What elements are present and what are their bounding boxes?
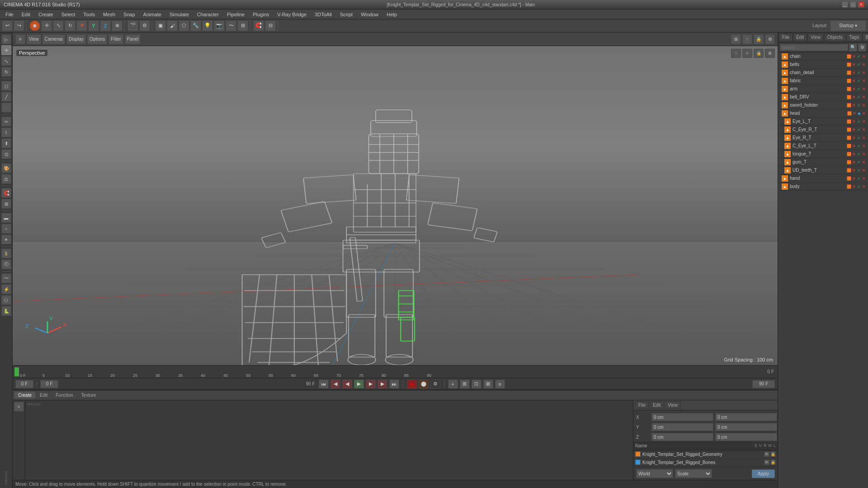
- viewport-fit-btn[interactable]: ⊞: [731, 34, 741, 44]
- end-frame-input[interactable]: [752, 380, 775, 388]
- options-menu[interactable]: Options: [87, 34, 107, 44]
- layout-dropdown[interactable]: Startup ▾: [830, 20, 866, 31]
- right-tab-tags[interactable]: Tags: [846, 33, 862, 41]
- viewport-expand-up[interactable]: ↑: [742, 34, 752, 44]
- rotate-tool[interactable]: ↻: [65, 20, 75, 31]
- move-tool[interactable]: ✛: [41, 20, 52, 31]
- viewport-nav-settings[interactable]: ⚙: [765, 49, 775, 58]
- obj-bones-lock-btn[interactable]: 🔒: [770, 460, 776, 465]
- viewport[interactable]: Perspective: [13, 46, 778, 365]
- obj-hand[interactable]: ▲ hand ✕ ✓ ✕: [778, 174, 868, 183]
- right-tab-edit[interactable]: Edit: [793, 33, 807, 41]
- obj-sword-holster-tag1[interactable]: [847, 103, 851, 108]
- filter-btn[interactable]: ⚙: [858, 43, 866, 52]
- brush-btn[interactable]: 🖌: [167, 20, 178, 31]
- obj-tag1[interactable]: [847, 54, 851, 59]
- obj-hand-tag1[interactable]: [847, 176, 851, 181]
- render-view-btn[interactable]: 🎬: [127, 20, 138, 31]
- object-search-input[interactable]: [780, 44, 848, 51]
- redo-button[interactable]: ↪: [14, 20, 24, 31]
- light-tool-btn[interactable]: ☀: [1, 235, 11, 244]
- apply-button[interactable]: Apply: [752, 469, 775, 478]
- deform-tool-btn[interactable]: 〜: [1, 273, 11, 283]
- cameras-menu[interactable]: Cameras: [42, 34, 66, 44]
- obj-belts-tag1[interactable]: [847, 62, 851, 67]
- menu-item-window[interactable]: Window: [357, 11, 382, 18]
- record-mode-btn[interactable]: ⬤: [419, 380, 429, 389]
- menu-item-file[interactable]: File: [2, 11, 17, 18]
- obj-belt-drv[interactable]: ▲ belt_DRV ✕ ✓ ✕: [778, 93, 868, 101]
- obj-c-eye-rt[interactable]: ▲ C_Eye_R_T ✕ ✓ ✕: [778, 126, 868, 134]
- prop-y-pos[interactable]: [651, 423, 713, 431]
- menu-item-snap[interactable]: Snap: [120, 11, 139, 18]
- light-btn[interactable]: 💡: [202, 20, 213, 31]
- undo-button[interactable]: ↩: [2, 20, 13, 31]
- polygon-btn[interactable]: ▣: [155, 20, 166, 31]
- obj-body-tag1[interactable]: [847, 184, 851, 189]
- bridge-btn[interactable]: ⌇: [1, 127, 11, 137]
- plugin-btn[interactable]: 🔧: [190, 20, 201, 31]
- polygon-mode-btn[interactable]: ◻: [1, 81, 11, 91]
- fx-btn[interactable]: Ⓕ: [1, 259, 11, 269]
- scale-tool[interactable]: ⤡: [53, 20, 64, 31]
- menu-item-pipeline[interactable]: Pipeline: [223, 11, 248, 18]
- props-tab-file[interactable]: File: [635, 401, 649, 409]
- viewport-nav-up[interactable]: ↑: [731, 49, 741, 58]
- menu-item-simulate[interactable]: Simulate: [166, 11, 193, 18]
- extrude-btn[interactable]: ⬆: [1, 138, 11, 148]
- viewport-lock-btn[interactable]: 🔒: [754, 34, 764, 44]
- viewport-nav-lock[interactable]: 🔒: [754, 49, 764, 58]
- menu-item-tools[interactable]: Tools: [80, 11, 99, 18]
- obj-c-eye-lt[interactable]: ▲ C_Eye_L_T ✕ ✓ ✕: [778, 142, 868, 150]
- menu-item-help[interactable]: Help: [383, 11, 401, 18]
- obj-ud-teeth-t-tag1[interactable]: [847, 168, 851, 173]
- viewport-settings-btn[interactable]: ⚙: [765, 34, 775, 44]
- view-menu[interactable]: View: [27, 34, 41, 44]
- prop-z-val[interactable]: [715, 433, 777, 441]
- menu-item-edit[interactable]: Edit: [18, 11, 34, 18]
- menu-item-animate[interactable]: Animate: [140, 11, 165, 18]
- prop-y-val[interactable]: [715, 423, 777, 431]
- obj-eye-lt-tag1[interactable]: [847, 119, 851, 124]
- next-frame-button[interactable]: ▶: [377, 380, 387, 389]
- clip-btn[interactable]: ≡: [495, 380, 505, 389]
- material-btn[interactable]: ⬡: [179, 20, 189, 31]
- search-btn[interactable]: 🔍: [849, 43, 857, 52]
- timeline-track[interactable]: 0 F 5 10 15 20 25 30 35 40 45 50 55 60 6…: [20, 366, 766, 378]
- key-btn[interactable]: +: [448, 380, 458, 389]
- obj-c-eye-lt-tag1[interactable]: [847, 144, 851, 148]
- maximize-button[interactable]: □: [850, 1, 856, 8]
- menu-item-create[interactable]: Create: [35, 11, 57, 18]
- right-tab-view[interactable]: View: [807, 33, 824, 41]
- play-button[interactable]: ▶: [354, 380, 364, 389]
- obj-arm-tag1[interactable]: [847, 87, 851, 91]
- prev-key-button[interactable]: ◀: [342, 380, 352, 389]
- snap-btn[interactable]: 🧲: [253, 20, 264, 31]
- next-key-button[interactable]: ▶: [366, 380, 376, 389]
- obj-lock-btn[interactable]: 🔒: [770, 451, 776, 457]
- z-btn[interactable]: Z: [100, 20, 111, 31]
- obj-chain[interactable]: ▲ chain ✕ ✓ ✕: [778, 52, 868, 61]
- filter-menu[interactable]: Filter: [108, 34, 123, 44]
- close-button[interactable]: ✕: [858, 1, 864, 8]
- bottom-tab-texture[interactable]: Texture: [78, 392, 100, 399]
- obj-longue-t-tag1[interactable]: [847, 152, 851, 156]
- obj-chain-detail[interactable]: ▲ chain_detail ✕ ✓ ✕: [778, 69, 868, 77]
- knife-tool-btn[interactable]: ✂: [1, 117, 11, 127]
- panel-menu[interactable]: Panel: [125, 34, 141, 44]
- go-end-button[interactable]: ⏭: [389, 380, 399, 389]
- current-frame-input[interactable]: [15, 380, 33, 388]
- world-btn[interactable]: ⊕: [112, 20, 123, 31]
- obj-head-tag1[interactable]: [847, 111, 852, 116]
- timeline-start-marker[interactable]: [14, 367, 19, 376]
- obj-ud-teeth-t[interactable]: ▲ UD_teeth_T ✕ ✓ ✕: [778, 166, 868, 174]
- snap-tool-btn[interactable]: 🧲: [1, 188, 11, 198]
- align-btn[interactable]: ⊞: [1, 199, 11, 209]
- obj-eye-btn[interactable]: 👁: [764, 451, 769, 457]
- world-dropdown[interactable]: World: [636, 469, 673, 478]
- obj-chain-detail-tag1[interactable]: [847, 70, 851, 75]
- go-start-button[interactable]: ⏮: [319, 380, 329, 389]
- obj-belt-drv-tag1[interactable]: [847, 95, 851, 99]
- menu-item-select[interactable]: Select: [58, 11, 79, 18]
- point-mode-btn[interactable]: ·: [1, 103, 11, 113]
